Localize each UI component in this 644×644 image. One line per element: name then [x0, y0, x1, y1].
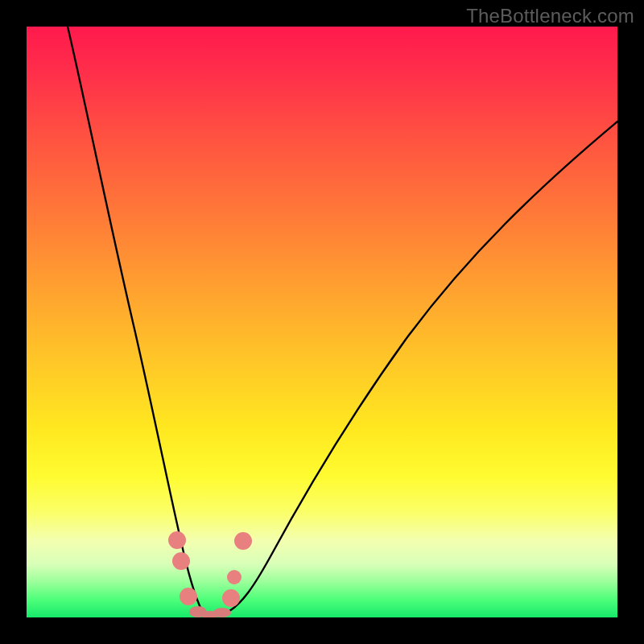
chart-frame: TheBottleneck.com [0, 0, 644, 644]
curves-svg [27, 27, 617, 617]
plot-area [27, 27, 617, 617]
right-curve [202, 122, 617, 615]
marker-point [172, 552, 190, 570]
attribution-text: TheBottleneck.com [466, 5, 634, 27]
marker-point [227, 570, 242, 584]
marker-point [222, 589, 240, 607]
marker-point [213, 608, 231, 617]
left-curve [68, 27, 202, 611]
marker-point [180, 588, 197, 605]
marker-point [168, 531, 186, 549]
marker-point [234, 532, 252, 550]
trough-markers [168, 531, 252, 617]
